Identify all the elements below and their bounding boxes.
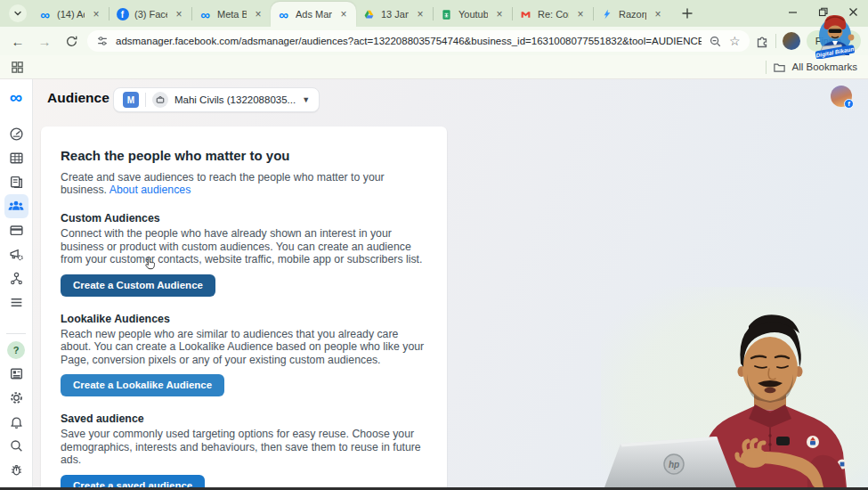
google-drive-icon: [362, 8, 376, 21]
section-title-lookalike: Lookalike Audiences: [61, 313, 427, 325]
browser-tab-strip: ∞ (14) Ads M × f (3) Facebo × ∞ Meta Bus…: [0, 0, 868, 27]
close-icon[interactable]: ×: [90, 8, 102, 20]
browser-profile-avatar[interactable]: [783, 32, 800, 50]
page-title: Audience: [47, 90, 110, 106]
pages-icon: [9, 175, 24, 190]
forward-button[interactable]: →: [34, 30, 55, 52]
gauge-icon: [9, 127, 24, 142]
all-bookmarks-button[interactable]: All Bookmarks: [792, 61, 858, 72]
browser-toolbar: ← → adsmanager.facebook.com/adsmanager/a…: [0, 27, 868, 55]
audiences-people-icon: [8, 199, 24, 215]
meta-logo[interactable]: ∞: [10, 85, 22, 110]
sidebar-item-account-overview[interactable]: [4, 122, 28, 146]
reload-icon: [65, 35, 78, 48]
presenter-video-overlay: hp: [601, 287, 868, 487]
tab-facebook[interactable]: f (3) Facebo ×: [110, 2, 191, 27]
toolbar-divider: [775, 34, 776, 48]
minimize-button[interactable]: [777, 0, 807, 23]
tab-title: (14) Ads M: [57, 9, 85, 20]
close-icon[interactable]: ×: [337, 8, 350, 20]
bookmarks-right: All Bookmarks: [766, 61, 858, 74]
account-name: Mahi Civils (1322088035...: [174, 94, 296, 105]
apps-grid-icon[interactable]: [11, 61, 24, 74]
tab-ads-manager-active[interactable]: ∞ Ads Manag ×: [271, 2, 356, 27]
sidebar-item-search[interactable]: [4, 434, 28, 458]
razorpay-icon: [600, 8, 613, 21]
bug-icon: [9, 462, 24, 478]
section-body-saved: Save your commonly used targeting option…: [61, 428, 427, 467]
close-icon[interactable]: ×: [173, 8, 185, 20]
extensions-icon[interactable]: [755, 34, 769, 48]
bell-icon: [9, 414, 24, 429]
close-icon[interactable]: ×: [652, 8, 664, 20]
person-network-icon: [9, 271, 24, 286]
create-lookalike-audience-button[interactable]: Create a Lookalike Audience: [61, 374, 224, 396]
app-header: Audience M Mahi Civils (1322088035... ▼ …: [33, 79, 868, 120]
tab-gmail[interactable]: Re: Conver ×: [513, 2, 593, 27]
sidebar-item-audiences[interactable]: [4, 194, 28, 218]
sidebar-item-events-manager[interactable]: [4, 266, 28, 290]
section-title-custom: Custom Audiences: [61, 212, 427, 225]
sidebar-item-notifications[interactable]: [4, 410, 28, 434]
sidebar-item-ads-reporting[interactable]: [4, 170, 28, 194]
bookmark-star-icon[interactable]: ☆: [729, 35, 741, 47]
tab-title: Ads Manag: [296, 9, 332, 20]
folder-icon: [773, 61, 786, 74]
about-audiences-link[interactable]: About audiences: [110, 184, 191, 196]
sidebar-item-billing[interactable]: [4, 218, 28, 242]
sidebar-item-ads-settings[interactable]: [4, 242, 28, 266]
user-avatar[interactable]: f: [831, 86, 852, 107]
card-title: Reach the people who matter to you: [61, 148, 427, 163]
mascot-icon: Digital Bikaun: [805, 12, 864, 59]
account-avatar: M: [123, 92, 139, 108]
account-selector[interactable]: M Mahi Civils (1322088035... ▼: [113, 87, 320, 112]
reload-button[interactable]: [61, 30, 82, 52]
plus-icon: [682, 8, 693, 19]
tab-search-button[interactable]: [9, 4, 27, 22]
tab-title: Youtube vi: [458, 9, 488, 20]
meta-icon: ∞: [38, 8, 52, 21]
sidebar-item-updates[interactable]: [4, 362, 28, 386]
sidebar-item-help[interactable]: ?: [4, 338, 28, 362]
sidebar-divider: [6, 333, 26, 334]
tab-razorpay[interactable]: Razorpay ×: [594, 2, 670, 27]
address-bar[interactable]: adsmanager.facebook.com/adsmanager/audie…: [87, 30, 750, 52]
hand-pointer-icon: [143, 256, 158, 272]
new-tab-button[interactable]: [676, 2, 699, 25]
section-body-custom: Connect with the people who have already…: [61, 227, 427, 266]
gear-icon: [9, 390, 24, 405]
close-icon[interactable]: ×: [493, 8, 506, 20]
search-icon: [9, 438, 24, 453]
tab-meta-business[interactable]: ∞ Meta Busi ×: [192, 2, 271, 27]
credit-card-icon: [9, 223, 24, 238]
close-icon[interactable]: ×: [414, 8, 426, 20]
app-sidebar: ∞: [0, 79, 33, 487]
chevron-down-icon: [13, 9, 22, 18]
back-button[interactable]: ←: [7, 30, 28, 52]
tab-drive-doc[interactable]: 13 Jan 202 ×: [356, 2, 433, 27]
tab-title: Razorpay: [619, 9, 646, 20]
sidebar-item-all-tools[interactable]: [4, 290, 28, 314]
close-icon[interactable]: ×: [252, 8, 264, 20]
ads-manager-app: ∞: [0, 79, 868, 487]
tab-title: Re: Conver: [538, 9, 569, 20]
screen: ∞ (14) Ads M × f (3) Facebo × ∞ Meta Bus…: [0, 0, 868, 490]
newspaper-icon: [9, 366, 24, 381]
sidebar-item-report-bug[interactable]: [4, 458, 28, 482]
sidebar-item-settings[interactable]: [4, 386, 28, 410]
facebook-icon: f: [116, 8, 129, 21]
tab-youtube-sheet[interactable]: Youtube vi ×: [434, 2, 512, 27]
site-info-icon[interactable]: [96, 35, 109, 47]
audiences-card: Reach the people who matter to you Creat…: [41, 127, 447, 490]
sidebar-item-campaigns[interactable]: [4, 146, 28, 170]
url-text: adsmanager.facebook.com/adsmanager/audie…: [116, 36, 702, 46]
zoom-out-icon[interactable]: [709, 35, 722, 48]
section-title-saved: Saved audience: [61, 412, 427, 425]
tab-title: (3) Facebo: [134, 9, 167, 20]
tab-ads-1[interactable]: ∞ (14) Ads M ×: [32, 2, 109, 27]
chevron-down-icon: ▼: [302, 95, 310, 104]
close-icon[interactable]: ×: [574, 8, 587, 20]
laptop-logo: hp: [669, 460, 679, 470]
create-custom-audience-button[interactable]: Create a Custom Audience: [61, 274, 215, 297]
channel-mascot-watermark: Digital Bikaun: [805, 12, 864, 59]
